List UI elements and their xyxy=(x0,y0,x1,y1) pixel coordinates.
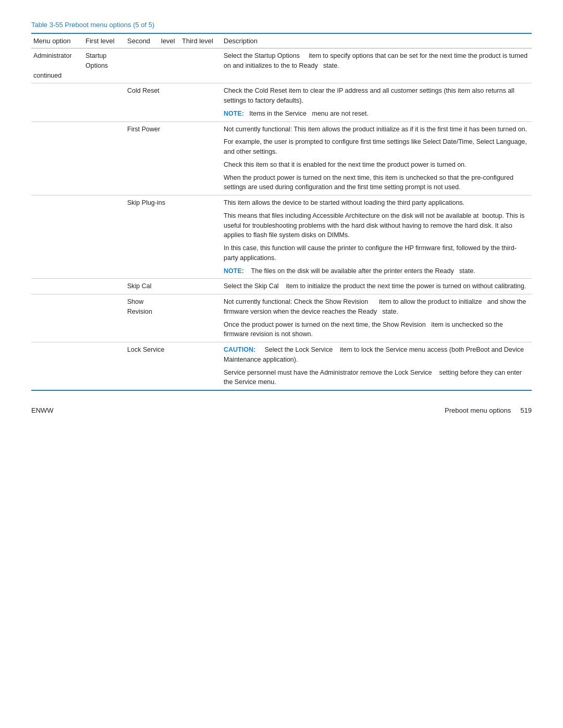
table-row: ShowRevision Not currently functional: C… xyxy=(31,294,532,342)
cell-menu-admin: Administrator continued xyxy=(31,48,83,83)
table-title: Table 3-55 Preboot menu options (5 of 5) xyxy=(31,21,532,29)
caution-label: CAUTION: xyxy=(224,346,255,353)
desc-fp-text3: Check this item so that it is enabled fo… xyxy=(224,160,528,170)
col-header-menu: Menu option xyxy=(31,33,83,48)
cell-menu-fp xyxy=(31,121,83,195)
first-level-startup: StartupOptions xyxy=(85,52,108,69)
menu-option-continued: continued xyxy=(33,72,62,79)
second-level-lock-service: Lock Service xyxy=(127,346,165,353)
desc-sp-text1: This item allows the device to be starte… xyxy=(224,198,528,208)
cell-first-sp xyxy=(83,195,125,279)
cell-second-sr: ShowRevision xyxy=(125,294,180,342)
cell-desc-sr: Not currently functional: Check the Show… xyxy=(222,294,532,342)
footer-page-info: Preboot menu options 519 xyxy=(445,406,532,414)
second-level-cold-reset: Cold Reset xyxy=(127,87,160,94)
footer-label: Preboot menu options xyxy=(445,406,511,414)
cell-first-ls xyxy=(83,342,125,391)
cell-desc-fp: Not currently functional: This item allo… xyxy=(222,121,532,195)
main-table: Menu option First level Second level Thi… xyxy=(31,33,532,391)
table-header-row: Menu option First level Second level Thi… xyxy=(31,33,532,48)
cell-menu-sc xyxy=(31,279,83,294)
cell-first-sr xyxy=(83,294,125,342)
table-row: Administrator continued StartupOptions S… xyxy=(31,48,532,83)
desc-sp-text2: This means that files including Accessib… xyxy=(224,211,528,240)
table-row: Skip Cal Select the Skip Cal item to ini… xyxy=(31,279,532,294)
cell-first-startup: StartupOptions xyxy=(83,48,125,83)
cell-third-empty1 xyxy=(180,48,222,83)
desc-ls-text2: Service personnel must have the Administ… xyxy=(224,368,528,388)
cell-second-fp: First Power xyxy=(125,121,180,195)
cell-desc-sc: Select the Skip Cal item to initialize t… xyxy=(222,279,532,294)
cell-second-empty1 xyxy=(125,48,159,83)
cell-third-fp xyxy=(180,121,222,195)
second-level-skip-plugins: Skip Plug-ins xyxy=(127,199,165,206)
cell-desc-startup: Select the Startup Options item to speci… xyxy=(222,48,532,83)
cell-first-sc xyxy=(83,279,125,294)
second-level-first-power: First Power xyxy=(127,126,160,133)
cell-third-cold xyxy=(180,83,222,121)
cell-menu-sp xyxy=(31,195,83,279)
desc-sp-text3: In this case, this function will cause t… xyxy=(224,243,528,263)
col-header-desc: Description xyxy=(222,33,532,48)
cell-menu-sr xyxy=(31,294,83,342)
table-row: Cold Reset Check the Cold Reset item to … xyxy=(31,83,532,121)
col-header-first: First level xyxy=(83,33,125,48)
cell-desc-sp: This item allows the device to be starte… xyxy=(222,195,532,279)
cell-third-sc xyxy=(180,279,222,294)
desc-startup-text: Select the Startup Options item to speci… xyxy=(224,51,528,71)
cell-second-sc: Skip Cal xyxy=(125,279,180,294)
cell-menu-cold xyxy=(31,83,83,121)
note-label-sp: NOTE: xyxy=(224,267,244,275)
cell-menu-ls xyxy=(31,342,83,391)
cell-second-ls: Lock Service xyxy=(125,342,180,391)
desc-cold-note: NOTE: Items in the Service menu are not … xyxy=(224,109,528,119)
cell-desc-ls: CAUTION: Select the Lock Service item to… xyxy=(222,342,532,391)
table-row: Skip Plug-ins This item allows the devic… xyxy=(31,195,532,279)
desc-fp-text1: Not currently functional: This item allo… xyxy=(224,125,528,134)
second-level-skip-cal: Skip Cal xyxy=(127,282,152,290)
col-header-level: level xyxy=(159,33,180,48)
desc-fp-text4: When the product power is turned on the … xyxy=(224,173,528,193)
desc-sr-text1: Not currently functional: Check the Show… xyxy=(224,297,528,317)
desc-fp-text2: For example, the user is prompted to con… xyxy=(224,137,528,157)
note-label-cold: NOTE: xyxy=(224,110,244,117)
cell-first-fp xyxy=(83,121,125,195)
menu-option-admin: Administrator xyxy=(33,52,72,59)
cell-second-sp: Skip Plug-ins xyxy=(125,195,180,279)
desc-ls-text1: CAUTION: Select the Lock Service item to… xyxy=(224,345,528,365)
desc-sp-note: NOTE: The files on the disk will be avai… xyxy=(224,266,528,276)
table-row: First Power Not currently functional: Th… xyxy=(31,121,532,195)
footer-enww: ENWW xyxy=(31,406,54,414)
cell-level-empty1 xyxy=(159,48,180,83)
col-header-second: Second xyxy=(125,33,159,48)
desc-cold-text1: Check the Cold Reset item to clear the I… xyxy=(224,86,528,106)
cell-third-sp xyxy=(180,195,222,279)
desc-sr-text2: Once the product power is turned on the … xyxy=(224,320,528,340)
col-header-third: Third level xyxy=(180,33,222,48)
cell-desc-cold: Check the Cold Reset item to clear the I… xyxy=(222,83,532,121)
footer: ENWW Preboot menu options 519 xyxy=(31,406,532,414)
cell-second-cold: Cold Reset xyxy=(125,83,180,121)
second-level-show-revision: ShowRevision xyxy=(127,298,152,315)
cell-first-cold xyxy=(83,83,125,121)
cell-third-ls xyxy=(180,342,222,391)
table-row: Lock Service CAUTION: Select the Lock Se… xyxy=(31,342,532,391)
desc-sc-text1: Select the Skip Cal item to initialize t… xyxy=(224,281,528,291)
footer-page-number: 519 xyxy=(520,406,532,414)
cell-third-sr xyxy=(180,294,222,342)
